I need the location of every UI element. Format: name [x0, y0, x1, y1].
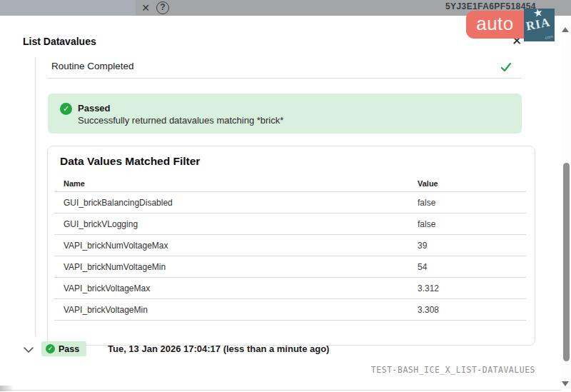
table-row: VAPI_brickNumVoltageMin 54 — [54, 256, 526, 278]
ria-com-label: .com — [544, 34, 554, 40]
data-values-card: Data Values Matched Filter Name Value GU… — [47, 146, 535, 346]
routine-status-row: Routine Completed — [48, 57, 522, 79]
passed-label: Passed — [78, 103, 111, 114]
circle-check-icon: ✓ — [60, 103, 72, 115]
ria-logo-text: RIA — [525, 15, 554, 34]
list-datavalues-modal: List Datavalues ✕ Routine Completed ✓ Pa… — [0, 16, 571, 392]
row-name: GUI_brickBalancingDisabled — [64, 198, 173, 208]
pass-status-badge: ✓ Pass — [41, 341, 86, 356]
scrollbar-thumb[interactable] — [563, 163, 570, 361]
bottom-divider — [0, 390, 571, 391]
passed-result-banner: ✓ Passed Successfully returned datavalue… — [48, 94, 522, 134]
scroll-down-arrow[interactable] — [562, 381, 569, 386]
topbar-left-segment — [0, 0, 136, 16]
row-value: 3.312 — [418, 283, 439, 293]
auto-logo-block: auto — [466, 11, 524, 39]
chevron-down-icon[interactable] — [23, 344, 34, 357]
table-row: VAPI_brickVoltageMax 3.312 — [54, 278, 526, 299]
row-value: 3.308 — [418, 305, 439, 315]
table-row: VAPI_brickNumVoltageMax 39 — [54, 235, 526, 256]
test-id-label: TEST-BASH_ICE_X_LIST-DATAVALUES — [0, 365, 535, 375]
history-timestamp: Tue, 13 Jan 2026 17:04:17 (less than a m… — [108, 343, 329, 354]
page-scrollbar[interactable] — [561, 16, 571, 392]
ria-logo-block: ★ RIA .com — [524, 9, 555, 41]
column-header-name: Name — [64, 179, 85, 188]
row-name: VAPI_brickVoltageMin — [64, 305, 148, 315]
help-icon[interactable]: ? — [156, 1, 169, 14]
passed-message: Successfully returned datavalues matchin… — [78, 115, 283, 126]
scroll-up-arrow[interactable] — [562, 27, 569, 32]
content-left-border — [35, 57, 36, 336]
table-row: GUI_brickBalancingDisabled false — [54, 192, 526, 213]
screen: ✕ ? 5YJ3E1FA6PF518454 List Datavalues ✕ … — [0, 0, 571, 392]
column-header-value: Value — [418, 179, 438, 188]
row-value: false — [418, 198, 435, 208]
row-value: false — [418, 219, 435, 229]
pass-badge-label: Pass — [59, 344, 79, 354]
modal-title: List Datavalues — [23, 36, 96, 47]
test-history-row[interactable]: ✓ Pass Tue, 13 Jan 2026 17:04:17 (less t… — [23, 341, 522, 360]
row-value: 54 — [418, 262, 427, 272]
tab-close-icon[interactable]: ✕ — [138, 1, 153, 15]
bottom-edge-artifact — [0, 386, 14, 391]
row-name: VAPI_brickNumVoltageMax — [64, 241, 168, 251]
circle-check-icon: ✓ — [46, 344, 55, 353]
data-values-table: Name Value GUI_brickBalancingDisabled fa… — [54, 175, 526, 321]
routine-status-label: Routine Completed — [51, 61, 134, 71]
table-row: VAPI_brickVoltageMin 3.308 — [54, 299, 526, 321]
table-row: GUI_brickVLogging false — [54, 213, 526, 235]
row-name: GUI_brickVLogging — [64, 219, 138, 229]
row-value: 39 — [418, 241, 427, 251]
card-title: Data Values Matched Filter — [60, 155, 200, 168]
row-name: VAPI_brickNumVoltageMin — [64, 262, 166, 272]
row-name: VAPI_brickVoltageMax — [64, 283, 150, 293]
check-icon — [499, 60, 513, 74]
table-header-row: Name Value — [54, 175, 526, 192]
autoria-watermark: auto ★ RIA .com — [466, 9, 555, 41]
